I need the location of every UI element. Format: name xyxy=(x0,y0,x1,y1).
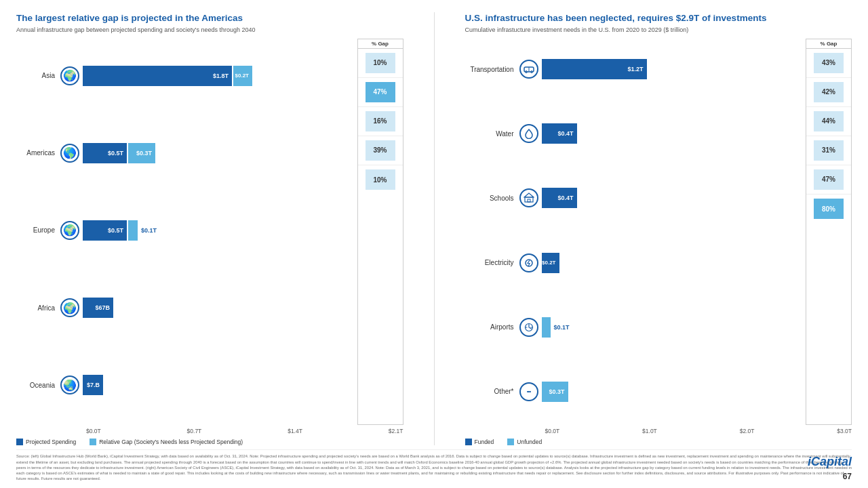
svg-marker-5 xyxy=(524,193,534,197)
bar-label-oceania: Oceania xyxy=(16,382,60,389)
legend-item-projected: Projected Spending xyxy=(16,439,76,445)
bar-value-other: $0.3T xyxy=(549,388,564,395)
right-gap-pct-electricity: 31% xyxy=(814,140,844,161)
gap-cell-africa: 39% xyxy=(358,136,403,165)
bar-light-asia: $0.2T xyxy=(233,66,252,86)
bar-icon-other: ••• xyxy=(519,382,538,401)
bar-icon-airports xyxy=(519,318,538,337)
left-x-tick-2: $1.4T xyxy=(288,428,302,434)
right-gap-cell-airports: 47% xyxy=(806,165,851,195)
bars-asia: $1.8T $0.2T xyxy=(83,66,351,86)
bar-dark-electricity: $0.2T xyxy=(542,253,559,273)
icapital-logo: iCapital xyxy=(808,455,852,469)
bar-icon-asia: 🌍 xyxy=(60,66,79,85)
bar-label-other: Other* xyxy=(465,388,519,395)
gap-cell-americas: 47% xyxy=(358,78,403,107)
right-gap-box-header: % Gap xyxy=(806,39,851,49)
bar-value-light-asia: $0.2T xyxy=(235,73,249,79)
legend-item-funded: Funded xyxy=(465,439,494,445)
bars-europe: $0.5T $0.1T xyxy=(83,220,351,241)
legend-label-projected: Projected Spending xyxy=(26,439,76,445)
bars-other: $0.3T xyxy=(542,382,800,402)
right-x-tick-3: $3.0T xyxy=(837,428,852,434)
legend-dot-projected xyxy=(16,439,23,445)
bar-icon-oceania: 🌏 xyxy=(60,375,79,394)
bar-icon-europe: 🌍 xyxy=(60,221,79,240)
right-gap-pct-water: 42% xyxy=(814,82,844,102)
left-chart-inner: Asia 🌍 $1.8T $0.2T xyxy=(16,39,403,426)
right-x-tick-0: $0.0T xyxy=(545,428,560,434)
bar-light-airports xyxy=(542,317,551,338)
bar-dark-americas: $0.5T xyxy=(83,143,127,163)
left-x-tick-3: $2.1T xyxy=(389,428,403,434)
chart-divider xyxy=(434,12,435,445)
bar-icon-transportation xyxy=(519,60,538,79)
bar-row-europe: Europe 🌍 $0.5T $0.1T xyxy=(16,220,351,241)
left-x-axis: $0.0T $0.7T $1.4T $2.1T xyxy=(16,428,403,434)
bar-row-airports: Airports $0.1T xyxy=(465,317,800,338)
bar-label-water: Water xyxy=(465,130,519,138)
right-chart-title: U.S. infrastructure has been neglected, … xyxy=(465,12,852,24)
gap-pct-europe: 16% xyxy=(366,111,395,131)
bar-dark-europe: $0.5T xyxy=(83,220,127,241)
legend-label-gap: Relative Gap (Society's Needs less Proje… xyxy=(99,439,243,445)
bar-label-electricity: Electricity xyxy=(465,259,519,266)
bar-value-dark-europe: $0.5T xyxy=(108,227,123,234)
right-gap-cell-electricity: 31% xyxy=(806,136,851,165)
bars-schools: $0.4T xyxy=(542,188,800,208)
logo-text: iCapital xyxy=(808,455,852,468)
footer-text: Source: (left) Global Infrastructure Hub… xyxy=(16,449,852,481)
gap-pct-asia: 10% xyxy=(366,53,395,73)
bar-dark-oceania: $7.B xyxy=(83,375,103,395)
bar-label-schools: Schools xyxy=(465,195,519,202)
right-chart-inner: Transportation $1.2T xyxy=(465,39,852,426)
bar-light-other: $0.3T xyxy=(542,382,568,402)
legend-dot-gap xyxy=(90,439,96,445)
right-gap-cell-other: 80% xyxy=(806,195,851,224)
bar-dark-africa: $67B xyxy=(83,298,113,318)
left-x-ticks: $0.0T $0.7T $1.4T $2.1T xyxy=(86,428,403,434)
bar-label-americas: Americas xyxy=(16,149,60,157)
page: The largest relative gap is projected in… xyxy=(0,0,868,488)
gap-cell-asia: 10% xyxy=(358,49,403,78)
bar-value-light-europe: $0.1T xyxy=(141,227,157,234)
right-gap-cell-transportation: 43% xyxy=(806,49,851,78)
right-gap-box: % Gap 43% 42% 44% 31% xyxy=(806,39,852,426)
gap-cell-europe: 16% xyxy=(358,107,403,136)
legend-dot-funded xyxy=(465,439,472,445)
left-chart-area: Asia 🌍 $1.8T $0.2T xyxy=(16,39,403,446)
bars-airports: $0.1T xyxy=(542,317,800,338)
left-chart-subtitle: Annual infrastructure gap between projec… xyxy=(16,26,403,33)
gap-cell-oceania: 10% xyxy=(358,165,403,195)
legend-label-funded: Funded xyxy=(475,439,494,445)
left-bars-section: Asia 🌍 $1.8T $0.2T xyxy=(16,39,351,426)
legend-item-gap: Relative Gap (Society's Needs less Proje… xyxy=(90,439,243,445)
bar-icon-africa: 🌍 xyxy=(60,298,79,317)
right-legend: Funded Unfunded xyxy=(465,439,852,445)
bar-row-other: Other* ••• $0.3T xyxy=(465,382,800,402)
right-chart-area: Transportation $1.2T xyxy=(465,39,852,446)
bar-dark-transportation: $1.2T xyxy=(542,59,647,79)
right-gap-pct-other: 80% xyxy=(814,199,844,219)
right-gap-cell-water: 42% xyxy=(806,78,851,107)
bar-label-europe: Europe xyxy=(16,226,60,234)
gap-pct-africa: 39% xyxy=(366,140,395,161)
right-x-spacer xyxy=(465,428,545,434)
bar-value-schools: $0.4T xyxy=(557,195,573,201)
bar-dark-schools: $0.4T xyxy=(542,188,577,208)
bar-row-water: Water $0.4T xyxy=(465,123,800,144)
right-x-axis: $0.0T $1.0T $2.0T $3.0T xyxy=(465,428,852,434)
bars-water: $0.4T xyxy=(542,123,800,144)
right-chart-subtitle: Cumulative infrastucture investment need… xyxy=(465,26,852,33)
bar-icon-americas: 🌎 xyxy=(60,144,79,163)
bar-icon-electricity xyxy=(519,253,538,272)
legend-dot-unfunded xyxy=(507,439,514,445)
bars-africa: $67B xyxy=(83,298,351,318)
bars-americas: $0.5T $0.3T xyxy=(83,143,351,163)
bar-row-oceania: Oceania 🌏 $7.B xyxy=(16,375,351,395)
bar-row-africa: Africa 🌍 $67B xyxy=(16,298,351,318)
bar-label-africa: Africa xyxy=(16,304,60,312)
right-gap-pct-schools: 44% xyxy=(814,111,844,131)
bar-light-europe xyxy=(128,220,138,241)
right-gap-pct-airports: 47% xyxy=(814,169,844,190)
